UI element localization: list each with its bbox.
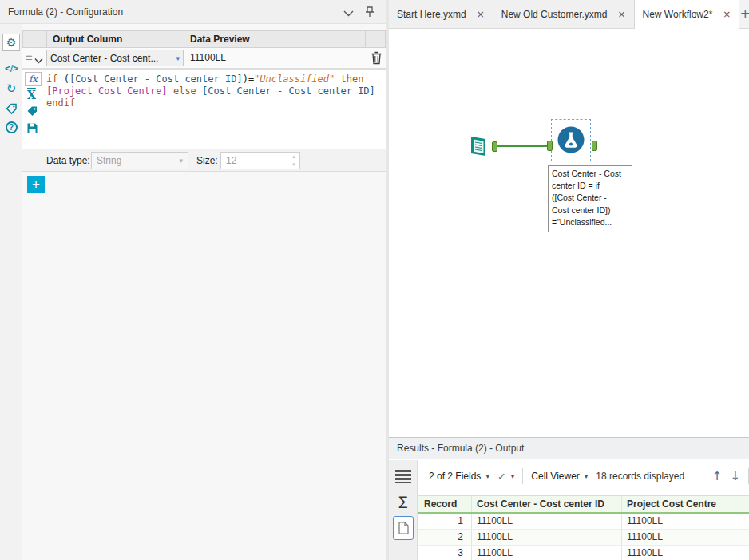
alteryx-designer-window: Formula (2) - Configuration ⚙ </> ↻ ? Ou… xyxy=(0,0,749,560)
formula-token: ( xyxy=(57,73,69,85)
data-quality-dropdown[interactable]: ✓ ▾ xyxy=(497,471,514,483)
pin-icon[interactable] xyxy=(364,6,375,21)
tab-start-here[interactable]: Start Here.yxmd × xyxy=(389,0,493,28)
record-column-header[interactable]: Record xyxy=(418,496,472,512)
records-displayed-label: 18 records displayed xyxy=(596,471,684,482)
refresh-icon[interactable]: ↻ xyxy=(0,81,22,96)
configuration-header: Formula (2) - Configuration xyxy=(0,0,386,24)
drag-handle-icon[interactable]: ≡ xyxy=(25,52,33,63)
functions-icon[interactable]: fx xyxy=(25,72,42,86)
fields-summary: 2 of 2 Fields xyxy=(429,471,481,482)
formula-token: else xyxy=(168,85,202,97)
config-side-toolbar: ⚙ </> ↻ ? xyxy=(0,24,22,560)
scroll-down-icon[interactable]: ↓ xyxy=(730,469,740,483)
spinner-up-icon[interactable]: ▴ xyxy=(289,153,299,161)
toolbar-separator xyxy=(522,468,523,484)
tag-icon[interactable] xyxy=(0,103,22,117)
tab-new-old-customer[interactable]: New Old Customer.yxmd × xyxy=(493,0,635,28)
preview-view-icon[interactable] xyxy=(393,516,414,540)
record-cell[interactable]: 2 xyxy=(418,530,472,545)
delete-column-icon[interactable] xyxy=(371,51,382,67)
results-view-strip: ∑ xyxy=(389,460,418,560)
output-column-header: Output Column xyxy=(46,30,184,48)
output-anchor[interactable] xyxy=(592,141,597,151)
results-header: Results - Formula (2) - Output xyxy=(389,438,749,459)
constants-tag-icon[interactable] xyxy=(26,105,38,120)
scroll-up-icon[interactable]: ↑ xyxy=(712,469,723,483)
table-row: 3 11100LL 11100LL xyxy=(418,546,749,560)
data-type-label: Data type: xyxy=(46,149,90,172)
connector-line xyxy=(497,145,547,147)
config-body: Output Column Data Preview ≡ Cost Center… xyxy=(22,24,386,536)
data-type-select[interactable]: String ▾ xyxy=(91,152,188,169)
code-icon[interactable]: </> xyxy=(0,64,22,73)
variables-icon[interactable]: X xyxy=(27,89,36,101)
help-icon[interactable]: ? xyxy=(0,121,22,133)
formula-line-3: endif xyxy=(46,97,375,109)
project-cost-centre-column-header[interactable]: Project Cost Centre xyxy=(622,496,749,512)
collapse-chevron-icon[interactable] xyxy=(343,8,354,19)
formula-token: [Project Cost Centre] xyxy=(46,85,168,97)
table-row: 1 11100LL 11100LL xyxy=(418,514,749,530)
data-type-value: String xyxy=(97,155,121,166)
tab-label: New Workflow2* xyxy=(643,9,713,20)
workflow-canvas[interactable]: Cost Center - Cost center ID = if ([Cost… xyxy=(389,29,749,437)
formula-line-1: if ([Cost Center - Cost center ID])="Unc… xyxy=(46,73,375,85)
project-cell[interactable]: 11100LL xyxy=(622,530,749,545)
formula-editor-container: fx X if ([Cost Center - Cost center ID])… xyxy=(22,69,386,149)
data-type-row: Data type: String ▾ Size: ▴ ▾ xyxy=(22,149,386,172)
record-cell[interactable]: 1 xyxy=(418,514,472,529)
metadata-view-icon[interactable]: ∑ xyxy=(389,494,418,509)
dropdown-caret-icon: ▾ xyxy=(176,54,180,62)
configuration-panel: Formula (2) - Configuration ⚙ </> ↻ ? Ou… xyxy=(0,0,386,560)
results-panel: Results - Formula (2) - Output ∑ 2 of 2 … xyxy=(389,437,749,560)
tab-new-workflow2[interactable]: New Workflow2* × xyxy=(635,0,740,29)
input-data-tool-icon[interactable] xyxy=(466,133,491,159)
formula-token: [Cost Center - Cost center ID] xyxy=(202,85,375,97)
new-tab-button[interactable]: + xyxy=(739,0,749,28)
project-cell[interactable]: 11100LL xyxy=(622,514,749,529)
cost-center-cell[interactable]: 11100LL xyxy=(472,546,622,560)
output-column-dropdown[interactable]: Cost Center - Cost cent... ▾ xyxy=(46,50,184,66)
expand-chevron-icon[interactable] xyxy=(34,55,43,66)
fields-dropdown[interactable]: 2 of 2 Fields ▾ xyxy=(429,471,489,482)
cost-center-cell[interactable]: 11100LL xyxy=(472,530,622,545)
formula-field-row: ≡ Cost Center - Cost cent... ▾ 11100LL xyxy=(22,48,386,69)
cell-viewer-label: Cell Viewer xyxy=(531,471,579,482)
data-preview-header: Data Preview xyxy=(184,30,366,48)
record-cell[interactable]: 3 xyxy=(418,546,472,560)
output-column-value: Cost Center - Cost cent... xyxy=(50,53,176,64)
close-icon[interactable]: × xyxy=(617,9,625,20)
workflow-tabbar: Start Here.yxmd × New Old Customer.yxmd … xyxy=(389,0,749,29)
cost-center-cell[interactable]: 11100LL xyxy=(472,514,622,529)
formula-expression-editor[interactable]: if ([Cost Center - Cost center ID])="Unc… xyxy=(46,73,375,109)
chevron-down-icon: ▾ xyxy=(585,472,588,480)
gear-icon[interactable]: ⚙ xyxy=(2,34,20,51)
add-column-button[interactable]: + xyxy=(27,176,45,193)
input-anchor[interactable] xyxy=(547,141,553,151)
formula-token: endif xyxy=(46,97,75,109)
editor-toolbar: fx X xyxy=(22,70,44,149)
project-cell[interactable]: 11100LL xyxy=(622,546,749,560)
cost-center-column-header[interactable]: Cost Center - Cost center ID xyxy=(472,496,622,512)
spinner-down-icon[interactable]: ▾ xyxy=(289,161,299,169)
results-toolbar: 2 of 2 Fields ▾ ✓ ▾ Cell Viewer ▾ 18 rec… xyxy=(418,460,749,492)
formula-token: )= xyxy=(243,73,254,85)
formula-tool-icon[interactable] xyxy=(557,125,585,154)
table-view-icon[interactable] xyxy=(395,470,411,486)
tab-label: New Old Customer.yxmd xyxy=(501,9,608,20)
save-expression-icon[interactable] xyxy=(26,122,38,137)
actions-header xyxy=(365,30,386,48)
formula-line-2: [Project Cost Centre] else [Cost Center … xyxy=(46,85,375,97)
size-stepper[interactable]: ▴ ▾ xyxy=(289,153,299,169)
size-input[interactable] xyxy=(220,152,300,169)
close-icon[interactable]: × xyxy=(723,9,731,20)
cell-viewer-dropdown[interactable]: Cell Viewer ▾ xyxy=(531,471,588,482)
results-title: Results - Formula (2) - Output xyxy=(397,443,524,454)
size-label: Size: xyxy=(196,149,218,172)
output-anchor[interactable] xyxy=(492,141,497,152)
close-icon[interactable]: × xyxy=(477,9,485,20)
tool-annotation[interactable]: Cost Center - Cost center ID = if ([Cost… xyxy=(548,165,632,232)
grid-header-row: Record Cost Center - Cost center ID Proj… xyxy=(418,495,749,514)
data-preview-value: 11100LL xyxy=(190,48,226,68)
